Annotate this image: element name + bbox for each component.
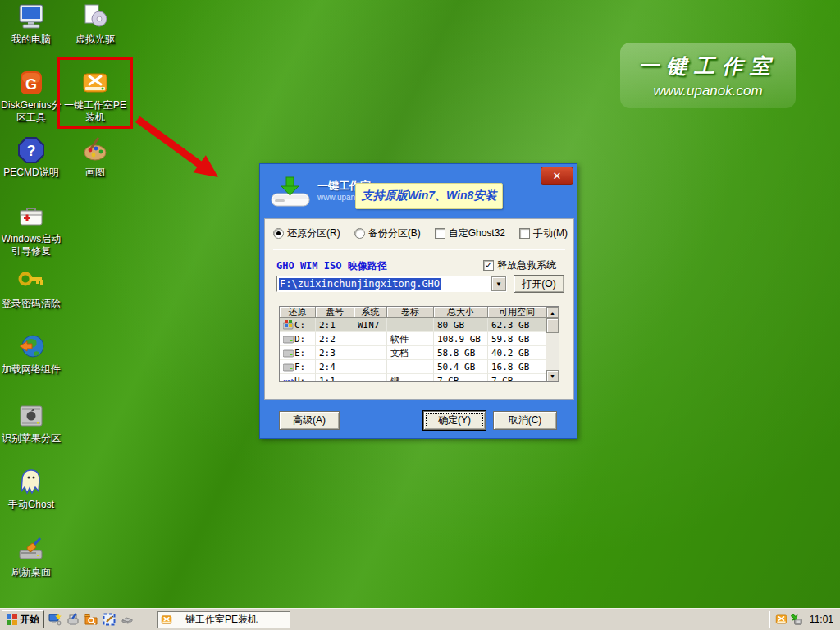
checkbox-custom-ghost32[interactable]: 自定Ghost32 [435,226,505,240]
checkbox-manual[interactable]: 手动(M) [519,226,568,240]
ok-button[interactable]: 确定(Y) [423,411,486,430]
scrollbar-track[interactable] [546,333,559,370]
printer-brush-icon [66,613,80,626]
windows-drive-icon [283,320,294,330]
desktop-icon-boot-repair[interactable]: Windows启动引导修复 [0,202,62,258]
combobox-dropdown-button[interactable]: ▼ [491,276,506,291]
start-button[interactable]: 开始 [2,610,44,628]
disk-number: 2:3 [316,346,354,360]
desktop-icon-manual-ghost[interactable]: 手动Ghost [0,468,62,511]
desktop-icon-virtual-cd[interactable]: 虚拟光驱 [64,2,126,46]
pe-drive-tools-icon [161,614,172,625]
radio-off-icon [354,228,365,239]
tray-safely-remove[interactable] [791,613,804,626]
image-path-combobox[interactable]: F:\zuixinchunjingxitong.GHO ▼ [276,276,507,292]
scroll-down-button[interactable]: ▼ [546,370,559,381]
dialog-content-panel: 还原分区(R) 备份分区(B) 自定Ghost32 手动(M) GHO WIM … [264,218,574,400]
column-header[interactable]: 卷标 [387,307,434,318]
disk-number: 1:1 [316,374,354,381]
table-row-f[interactable]: F: 2:4 50.4 GB 16.8 GB [280,360,546,374]
scroll-down-icon: ▼ [550,373,555,379]
globe-arrow-icon [16,332,47,362]
close-icon: ✕ [553,170,562,182]
icon-label: 画图 [85,167,105,179]
table-scrollbar[interactable]: ▲ ▼ [546,307,559,381]
volume-label: 软件 [387,332,434,346]
desktop-watermark: 一键工作室 www.upanok.com [620,43,796,108]
checkbox-rescue-system[interactable]: ✓ 释放急救系统 [483,258,556,272]
desktop-icon-paint[interactable]: 画图 [64,135,126,179]
advanced-button[interactable]: 高级(A) [279,411,340,430]
svg-text:?: ? [27,143,36,159]
system-name [354,346,387,360]
radio-backup-partition[interactable]: 备份分区(B) [354,226,421,240]
taskbar-clock[interactable]: 11:01 [810,614,833,625]
image-path-value: F:\zuixinchunjingxitong.GHO [279,278,441,290]
checkbox-empty-icon [435,228,445,239]
desktop-icon-pecmd-help[interactable]: ? PECMD说明 [0,135,62,179]
checkbox-label: 释放急救系统 [497,258,556,272]
apple-drive-icon [16,401,47,431]
scrollbar-thumb[interactable] [546,318,559,333]
desktop-icon-apple-partition[interactable]: 识别苹果分区 [0,401,62,445]
free-space: 7 GB [488,374,546,381]
quicklaunch-printer[interactable] [66,612,80,627]
table-row-e[interactable]: E: 2:3 文档 58.8 GB 40.2 GB [280,346,546,360]
scroll-up-icon: ▲ [550,310,555,316]
column-header[interactable]: 盘号 [316,307,354,318]
column-header[interactable]: 总大小 [434,307,488,318]
palette-icon [80,135,111,165]
table-row-u-partial[interactable]: usbU: 1:1 键 7 GB 7 GB [280,374,546,381]
taskbar-task-pe-install[interactable]: 一键工作室PE装机 [158,611,290,628]
partition-table-main: 还原 盘号 系统 卷标 总大小 可用空间 C: 2:1 WIN7 80 GB 6… [280,307,546,381]
desktop-icon-refresh-desktop[interactable]: 刷新桌面 [0,535,62,578]
column-header[interactable]: 系统 [354,307,387,318]
folder-search-icon [84,613,98,626]
drive-letter: E: [294,348,305,358]
icon-label: 我的电脑 [11,34,51,46]
cancel-button[interactable]: 取消(C) [493,411,557,430]
desktop-icon-password-clear[interactable]: 登录密码清除 [0,267,62,310]
table-row-d[interactable]: D: 2:2 软件 108.9 GB 59.8 GB [280,332,546,346]
icon-label: 加载网络组件 [2,363,61,376]
desktop-icon-network-components[interactable]: 加载网络组件 [0,332,62,376]
free-space: 16.8 GB [488,360,546,374]
scroll-up-button[interactable]: ▲ [546,307,559,318]
quicklaunch-show-desktop[interactable] [48,612,62,627]
quicklaunch-gray-box[interactable] [120,612,135,627]
open-button[interactable]: 打开(O) [514,275,564,293]
partition-table: 还原 盘号 系统 卷标 总大小 可用空间 C: 2:1 WIN7 80 GB 6… [279,306,559,382]
system-tray: 11:01 [769,610,840,628]
desktop-icon-my-computer[interactable]: 我的电脑 [0,2,62,46]
desktop: { "desktop": { "watermark": {"title": "一… [0,0,840,630]
checkbox-empty-icon [519,228,530,239]
first-aid-kit-icon [16,202,47,231]
volume-label [387,360,434,374]
brush-drive-icon [16,535,47,564]
red-arrow [131,110,225,186]
tray-pe-tool[interactable] [775,613,788,626]
quicklaunch-capture[interactable] [102,612,116,627]
start-icon [7,614,17,625]
system-name [354,360,387,374]
desktop-icon-diskgenius[interactable]: G DiskGenius分区工具 [0,68,62,124]
mode-options-row: 还原分区(R) 备份分区(B) 自定Ghost32 手动(M) [273,226,568,240]
radio-restore-partition[interactable]: 还原分区(R) [273,226,340,240]
drive-letter: C: [294,320,305,331]
dialog-logo-icon [268,176,314,211]
question-icon: ? [16,135,47,165]
total-size: 58.8 GB [434,346,488,360]
task-button-label: 一键工作室PE装机 [176,613,258,627]
icon-label: Windows启动引导修复 [0,233,62,258]
svg-text:usb: usb [283,377,294,381]
column-header[interactable]: 还原 [280,307,316,318]
close-button[interactable]: ✕ [541,167,573,185]
watermark-url: www.upanok.com [653,83,762,99]
icon-label: PECMD说明 [3,167,58,179]
taskbar: 开始 一键工作室PE装机 11:01 [0,608,840,630]
table-row-c[interactable]: C: 2:1 WIN7 80 GB 62.3 GB [280,318,546,332]
quicklaunch-explorer-search[interactable] [84,612,98,627]
column-header[interactable]: 可用空间 [488,307,546,318]
free-space: 62.3 GB [488,318,546,332]
disk-number: 2:4 [316,360,354,374]
